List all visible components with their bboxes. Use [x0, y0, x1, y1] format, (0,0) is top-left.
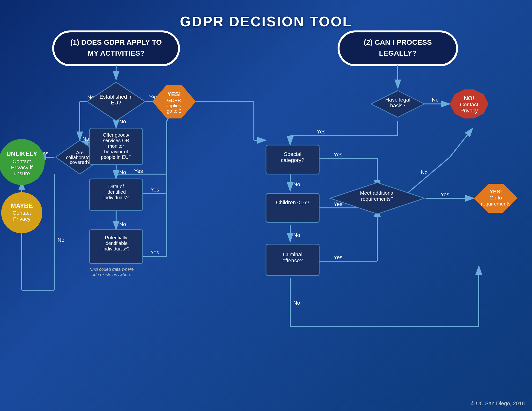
- svg-text:offense?: offense?: [283, 257, 303, 263]
- svg-text:Privacy: Privacy: [460, 108, 478, 114]
- svg-text:Contact: Contact: [13, 158, 31, 164]
- svg-text:No: No: [119, 169, 126, 175]
- copyright: © UC San Diego, 2018: [471, 400, 525, 407]
- svg-text:monitor: monitor: [108, 143, 124, 149]
- svg-text:NO!: NO!: [464, 95, 475, 102]
- svg-text:Yes: Yes: [134, 168, 143, 174]
- svg-text:UNLIKELY: UNLIKELY: [6, 150, 37, 157]
- svg-text:No: No: [119, 221, 126, 227]
- svg-text:Data of: Data of: [108, 184, 124, 189]
- svg-text:YES!: YES!: [167, 91, 181, 97]
- svg-text:individuals*?: individuals*?: [103, 246, 130, 252]
- svg-text:Special: Special: [284, 151, 301, 157]
- svg-text:No: No: [83, 136, 89, 142]
- svg-text:Potentially: Potentially: [105, 235, 127, 240]
- svg-text:code exists anywhere: code exists anywhere: [89, 272, 131, 277]
- svg-text:No: No: [293, 181, 300, 187]
- svg-text:(1) DOES GDPR APPLY TO: (1) DOES GDPR APPLY TO: [70, 38, 162, 46]
- svg-text:No: No: [432, 97, 439, 103]
- svg-text:Yes: Yes: [317, 129, 325, 135]
- svg-text:unsure: unsure: [14, 170, 30, 177]
- svg-text:GDPR: GDPR: [167, 98, 181, 103]
- svg-text:No: No: [293, 232, 300, 238]
- svg-text:Yes: Yes: [150, 250, 159, 256]
- svg-rect-0: [53, 31, 179, 65]
- svg-text:category?: category?: [281, 157, 304, 163]
- svg-rect-118: [266, 193, 319, 223]
- svg-text:(2)  CAN I PROCESS: (2) CAN I PROCESS: [364, 38, 432, 46]
- svg-text:Have legal: Have legal: [385, 97, 410, 103]
- svg-text:No: No: [293, 300, 300, 306]
- svg-text:Contact: Contact: [13, 210, 31, 216]
- svg-text:applies;: applies;: [166, 103, 183, 108]
- svg-text:MY ACTIVITIES?: MY ACTIVITIES?: [87, 49, 144, 57]
- svg-text:covered?: covered?: [70, 159, 90, 165]
- svg-text:Yes: Yes: [334, 254, 342, 260]
- svg-text:Yes: Yes: [150, 187, 159, 193]
- svg-text:basis?: basis?: [390, 103, 406, 109]
- svg-text:Meet additional: Meet additional: [360, 190, 394, 196]
- svg-text:*Incl coded data where: *Incl coded data where: [89, 267, 134, 272]
- svg-text:requirements?: requirements?: [361, 196, 393, 202]
- svg-text:Yes: Yes: [441, 191, 449, 197]
- svg-text:No: No: [57, 237, 64, 243]
- svg-text:services OR: services OR: [103, 138, 129, 143]
- svg-text:individuals?: individuals?: [104, 195, 129, 200]
- svg-text:Go to: Go to: [489, 195, 502, 200]
- svg-text:EU?: EU?: [111, 100, 121, 106]
- svg-text:identified: identified: [106, 189, 126, 195]
- svg-text:Children <16?: Children <16?: [276, 199, 309, 206]
- svg-text:No: No: [119, 119, 126, 124]
- svg-text:Privacy: Privacy: [13, 216, 30, 222]
- svg-text:Criminal: Criminal: [283, 252, 303, 257]
- svg-text:people in EU?: people in EU?: [101, 154, 131, 160]
- svg-text:LEGALLY?: LEGALLY?: [379, 49, 417, 57]
- svg-text:Privacy if: Privacy if: [11, 164, 33, 170]
- svg-text:MAYBE: MAYBE: [11, 202, 33, 209]
- svg-text:requirements: requirements: [481, 201, 511, 206]
- svg-text:behavior of: behavior of: [104, 149, 128, 154]
- svg-text:Yes: Yes: [334, 152, 342, 158]
- svg-text:Contact: Contact: [460, 102, 478, 108]
- svg-text:Established in: Established in: [100, 94, 133, 100]
- svg-text:identifiable: identifiable: [104, 241, 128, 246]
- svg-text:No: No: [421, 169, 428, 175]
- svg-line-66: [450, 128, 473, 157]
- svg-text:go to 2: go to 2: [167, 108, 181, 114]
- svg-rect-3: [339, 31, 457, 65]
- svg-text:Offer goods/: Offer goods/: [103, 132, 129, 138]
- svg-text:Are: Are: [76, 150, 83, 155]
- svg-text:YES!: YES!: [489, 188, 502, 195]
